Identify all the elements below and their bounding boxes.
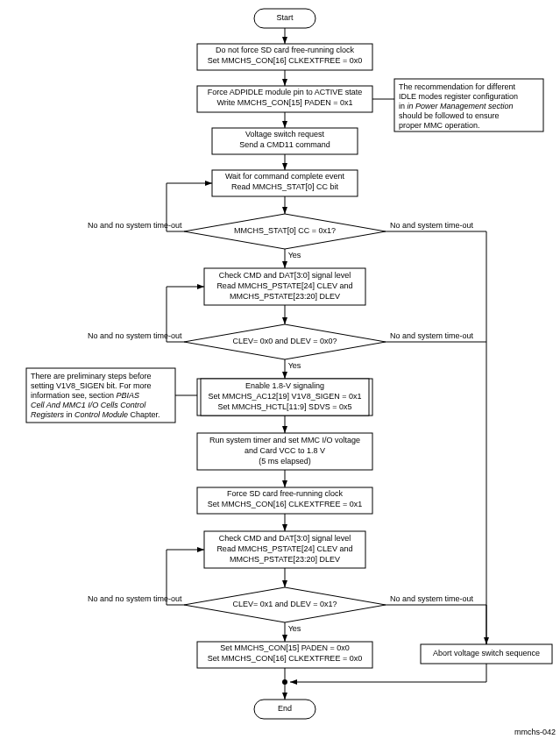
svg-text:setting V1V8_SIGEN bit. For mo: setting V1V8_SIGEN bit. For more (31, 381, 152, 390)
svg-text:Set MMCHS_HCTL[11:9] SDVS = 0x: Set MMCHS_HCTL[11:9] SDVS = 0x5 (218, 402, 352, 411)
svg-text:Set MMCHS_CON[15] PADEN = 0x0: Set MMCHS_CON[15] PADEN = 0x0 (220, 643, 350, 652)
svg-text:Check CMD and DAT[3:0] signal : Check CMD and DAT[3:0] signal level (219, 534, 351, 543)
svg-text:Set MMCHS_AC12[19] V1V8_SIGEN : Set MMCHS_AC12[19] V1V8_SIGEN = 0x1 (209, 392, 362, 401)
svg-text:No and no system time-out: No and no system time-out (88, 331, 182, 340)
process-run-timer: Run system timer and set MMC I/O voltage… (197, 433, 372, 470)
svg-text:Voltage switch request: Voltage switch request (245, 130, 325, 139)
process-paden-on: Force ADPIDLE module pin to ACTIVE state… (197, 86, 372, 112)
svg-text:and Card VCC to 1.8 V: and Card VCC to 1.8 V (245, 446, 325, 455)
svg-text:Set MMCHS_CON[16] CLKEXTFREE =: Set MMCHS_CON[16] CLKEXTFREE = 0x0 (208, 654, 362, 663)
svg-text:Set MMCHS_CON[16] CLKEXTFREE =: Set MMCHS_CON[16] CLKEXTFREE = 0x0 (208, 56, 362, 65)
process-abort: Abort voltage switch sequence (421, 644, 552, 664)
start-terminal: Start (254, 9, 315, 28)
svg-text:Registers in Control Module Ch: Registers in Control Module Chapter. (31, 410, 160, 419)
end-label: End (278, 704, 292, 713)
decision-clev-dlev-1: CLEV= 0x1 and DLEV = 0x1? (184, 587, 386, 622)
svg-text:No and system time-out: No and system time-out (390, 594, 474, 603)
svg-text:There are preliminary steps be: There are preliminary steps before (31, 372, 152, 380)
svg-text:MMCHS_STAT[0] CC = 0x1?: MMCHS_STAT[0] CC = 0x1? (234, 226, 336, 235)
svg-text:Yes: Yes (288, 361, 301, 370)
svg-text:Read MMCHS_STAT[0] CC bit: Read MMCHS_STAT[0] CC bit (231, 182, 339, 191)
svg-text:Run system timer and set MMC I: Run system timer and set MMC I/O voltage (209, 436, 360, 444)
svg-text:in in Power Management section: in in Power Management section (399, 102, 514, 110)
svg-text:No and system time-out: No and system time-out (390, 331, 474, 340)
svg-text:Yes: Yes (288, 624, 301, 633)
note-pbias: There are preliminary steps before setti… (26, 368, 175, 423)
process-reset-paden-clkextfree: Set MMCHS_CON[15] PADEN = 0x0 Set MMCHS_… (197, 642, 372, 668)
svg-text:MMCHS_PSTATE[23:20] DLEV: MMCHS_PSTATE[23:20] DLEV (230, 555, 340, 564)
svg-text:information see, section PBIAS: information see, section PBIAS (31, 391, 139, 400)
svg-text:Cell And MMC1 I/O Cells Contro: Cell And MMC1 I/O Cells Control (31, 401, 146, 409)
no-no-timeout-label: No and no system time-out (88, 221, 182, 230)
svg-text:Enable 1.8-V signaling: Enable 1.8-V signaling (245, 381, 324, 390)
figure-id: mmchs-042 (514, 728, 556, 736)
svg-text:Force ADPIDLE module pin to AC: Force ADPIDLE module pin to ACTIVE state (208, 88, 363, 96)
end-terminal: End (254, 700, 315, 719)
no-timeout-label: No and system time-out (390, 221, 474, 230)
svg-text:proper MMC operation.: proper MMC operation. (399, 121, 480, 130)
svg-text:(5 ms elapsed): (5 ms elapsed) (259, 457, 311, 465)
svg-text:Abort voltage switch sequence: Abort voltage switch sequence (433, 649, 540, 657)
process-check-clev-dlev-1: Check CMD and DAT[3:0] signal level Read… (204, 268, 365, 305)
process-check-clev-dlev-2: Check CMD and DAT[3:0] signal level Read… (204, 531, 365, 568)
svg-text:Do not force SD card free-runn: Do not force SD card free-running clock (216, 46, 355, 54)
note-power-management: The recommendation for different IDLE mo… (394, 79, 543, 131)
process-wait-cc: Wait for command complete event Read MMC… (212, 170, 358, 196)
svg-text:Force SD card free-running clo: Force SD card free-running clock (227, 489, 344, 498)
process-enable-1v8: Enable 1.8-V signaling Set MMCHS_AC12[19… (197, 379, 372, 416)
svg-text:CLEV= 0x1 and DLEV = 0x1?: CLEV= 0x1 and DLEV = 0x1? (232, 600, 337, 608)
svg-text:Set MMCHS_CON[16] CLKEXTFREE =: Set MMCHS_CON[16] CLKEXTFREE = 0x1 (208, 500, 362, 508)
svg-text:CLEV= 0x0 and DLEV = 0x0?: CLEV= 0x0 and DLEV = 0x0? (232, 337, 337, 345)
svg-text:Read MMCHS_PSTATE[24] CLEV and: Read MMCHS_PSTATE[24] CLEV and (216, 544, 352, 553)
start-label: Start (276, 13, 294, 22)
svg-text:Send a CMD11 command: Send a CMD11 command (239, 140, 330, 149)
decision-clev-dlev-0: CLEV= 0x0 and DLEV = 0x0? (184, 324, 386, 359)
svg-text:IDLE modes register configurat: IDLE modes register configuration (399, 92, 518, 101)
process-voltage-switch-request: Voltage switch request Send a CMD11 comm… (212, 128, 358, 154)
svg-text:should be followed to ensure: should be followed to ensure (399, 111, 500, 120)
svg-text:The recommendation for differe: The recommendation for different (399, 82, 515, 91)
svg-text:Wait for command complete even: Wait for command complete event (225, 172, 345, 181)
decision-cc: MMCHS_STAT[0] CC = 0x1? (184, 214, 386, 249)
process-clkextfree-on: Force SD card free-running clock Set MMC… (197, 487, 372, 514)
svg-text:Read MMCHS_PSTATE[24] CLEV and: Read MMCHS_PSTATE[24] CLEV and (216, 281, 352, 290)
svg-text:No and no system time-out: No and no system time-out (88, 594, 182, 603)
svg-text:MMCHS_PSTATE[23:20] DLEV: MMCHS_PSTATE[23:20] DLEV (230, 292, 340, 301)
yes-label: Yes (288, 251, 301, 259)
svg-text:Write MMCHS_CON[15] PADEN = 0x: Write MMCHS_CON[15] PADEN = 0x1 (217, 98, 353, 107)
svg-text:Check CMD and DAT[3:0] signal : Check CMD and DAT[3:0] signal level (219, 271, 351, 280)
process-clkextfree-off: Do not force SD card free-running clock … (197, 44, 372, 70)
